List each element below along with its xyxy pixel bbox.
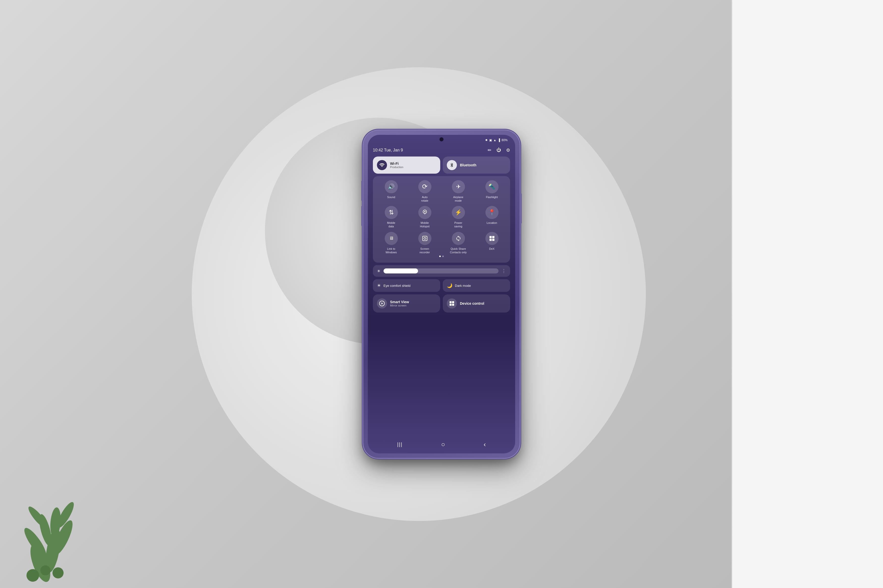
bluetooth-icon: ✹ bbox=[485, 138, 488, 142]
recent-apps-button[interactable]: ||| bbox=[397, 442, 403, 447]
location-icon-circle: 📍 bbox=[485, 206, 498, 219]
airplane-icon-circle: ✈ bbox=[452, 180, 465, 193]
svg-rect-21 bbox=[452, 301, 454, 303]
auto-rotate-tile[interactable]: ⟳ Autorotate bbox=[409, 180, 441, 202]
hotspot-tile[interactable]: MobileHotspot bbox=[409, 206, 441, 228]
airplane-label: Airplanemode bbox=[453, 195, 463, 202]
brightness-track[interactable] bbox=[384, 268, 498, 273]
page-dot-2 bbox=[442, 256, 444, 257]
back-button[interactable]: ‹ bbox=[484, 441, 486, 448]
dex-label: DeX bbox=[489, 247, 495, 250]
quick-share-icon-circle bbox=[452, 232, 465, 245]
wifi-subtitle: Production bbox=[390, 166, 403, 169]
location-tile[interactable]: 📍 Location bbox=[476, 206, 508, 228]
power-button[interactable] bbox=[520, 193, 522, 224]
bluetooth-title: Bluetooth bbox=[460, 163, 476, 167]
plant-decoration bbox=[20, 412, 121, 588]
brightness-fill bbox=[384, 268, 418, 273]
shelf-right bbox=[732, 0, 883, 588]
hotspot-icon-circle bbox=[418, 206, 432, 219]
wifi-icon-circle bbox=[377, 160, 387, 170]
icon-grid-container: 🔊 Sound ⟳ Autorotate ✈ Airplanemode � bbox=[373, 176, 510, 263]
qs-header: 10:42 Tue, Jan 9 ✏ ⏻ ⚙ bbox=[373, 146, 510, 154]
power-saving-label: Powersaving bbox=[454, 221, 462, 228]
svg-rect-20 bbox=[450, 301, 451, 303]
edit-icon[interactable]: ✏ bbox=[488, 147, 492, 153]
link-windows-label: Link toWindows bbox=[385, 247, 397, 254]
power-saving-icon-circle: ⚡ bbox=[452, 206, 465, 219]
svg-rect-16 bbox=[489, 238, 492, 241]
nav-bar: ||| ○ ‹ bbox=[368, 437, 515, 453]
svg-rect-22 bbox=[450, 304, 451, 306]
screen: ✹ ▣ ▲ ▐ 80% 10:42 Tue, Jan 9 ✏ ⏻ ⚙ bbox=[368, 135, 515, 453]
quick-share-tile[interactable]: Quick ShareContacts only bbox=[442, 232, 474, 254]
svg-marker-19 bbox=[381, 303, 383, 304]
sound-tile[interactable]: 🔊 Sound bbox=[375, 180, 407, 202]
wifi-title: Wi-Fi bbox=[390, 162, 403, 166]
flashlight-icon-circle: 🔦 bbox=[485, 180, 498, 193]
flashlight-tile[interactable]: 🔦 Flashlight bbox=[476, 180, 508, 202]
volume-down-button[interactable] bbox=[361, 206, 363, 226]
screen-recorder-tile[interactable]: Screenrecorder bbox=[409, 232, 441, 254]
signal-icon: ▐ bbox=[498, 138, 500, 142]
flashlight-label: Flashlight bbox=[486, 195, 498, 199]
smart-view-title: Smart View bbox=[390, 300, 409, 304]
svg-rect-15 bbox=[492, 236, 495, 238]
svg-point-6 bbox=[26, 504, 50, 531]
settings-icon[interactable]: ⚙ bbox=[506, 147, 510, 153]
dark-mode-tile[interactable]: 🌙 Dark mode bbox=[443, 279, 510, 292]
dark-mode-icon: 🌙 bbox=[447, 283, 452, 288]
eye-comfort-tile[interactable]: ☀ Eye comfort shield bbox=[373, 279, 440, 292]
phone-wrapper: ✹ ▣ ▲ ▐ 80% 10:42 Tue, Jan 9 ✏ ⏻ ⚙ bbox=[363, 130, 520, 458]
mobile-data-label: Mobiledata bbox=[387, 221, 395, 228]
brightness-sun-icon: ☀ bbox=[377, 268, 381, 273]
icon-grid: 🔊 Sound ⟳ Autorotate ✈ Airplanemode � bbox=[375, 180, 508, 254]
phone-body: ✹ ▣ ▲ ▐ 80% 10:42 Tue, Jan 9 ✏ ⏻ ⚙ bbox=[363, 130, 520, 458]
power-saving-tile[interactable]: ⚡ Powersaving bbox=[442, 206, 474, 228]
svg-rect-23 bbox=[452, 304, 454, 306]
brightness-more-icon[interactable]: ⋮ bbox=[502, 268, 506, 274]
datetime-label: 10:42 Tue, Jan 9 bbox=[373, 148, 403, 153]
smart-view-subtitle: Mirror screen bbox=[390, 304, 409, 307]
page-dot-1 bbox=[439, 256, 441, 257]
device-control-title: Device control bbox=[460, 302, 484, 306]
location-label: Location bbox=[487, 221, 497, 225]
header-action-icons: ✏ ⏻ ⚙ bbox=[488, 147, 510, 153]
hotspot-label: MobileHotspot bbox=[420, 221, 430, 228]
airplane-tile[interactable]: ✈ Airplanemode bbox=[442, 180, 474, 202]
mobile-data-tile[interactable]: ⇅ Mobiledata bbox=[375, 206, 407, 228]
device-control-tile[interactable]: Device control bbox=[443, 294, 510, 312]
wifi-text: Wi-Fi Production bbox=[390, 162, 403, 169]
quick-settings-panel: 10:42 Tue, Jan 9 ✏ ⏻ ⚙ bbox=[368, 144, 515, 437]
brightness-row[interactable]: ☀ ⋮ bbox=[373, 265, 510, 277]
power-icon[interactable]: ⏻ bbox=[496, 147, 501, 153]
toggle-row: ☀ Eye comfort shield 🌙 Dark mode bbox=[373, 279, 510, 292]
top-connection-tiles: Wi-Fi Production Bluetooth bbox=[373, 156, 510, 174]
bluetooth-text: Bluetooth bbox=[460, 163, 476, 167]
link-windows-tile[interactable]: 🖥 Link toWindows bbox=[375, 232, 407, 254]
battery-text: 80% bbox=[502, 138, 508, 142]
smart-view-tile[interactable]: Smart View Mirror screen bbox=[373, 294, 440, 312]
svg-point-11 bbox=[424, 211, 425, 213]
dark-mode-label: Dark mode bbox=[455, 284, 471, 288]
wifi-tile[interactable]: Wi-Fi Production bbox=[373, 156, 440, 174]
svg-point-8 bbox=[27, 569, 39, 582]
svg-rect-12 bbox=[423, 236, 427, 241]
svg-point-9 bbox=[41, 566, 50, 575]
bluetooth-tile[interactable]: Bluetooth bbox=[443, 156, 510, 174]
svg-rect-17 bbox=[492, 238, 495, 241]
svg-rect-14 bbox=[489, 236, 492, 238]
svg-point-10 bbox=[53, 567, 63, 578]
svg-point-13 bbox=[424, 237, 426, 239]
home-button[interactable]: ○ bbox=[441, 441, 445, 448]
screen-recorder-label: Screenrecorder bbox=[420, 247, 430, 254]
device-control-icon bbox=[447, 298, 457, 309]
status-bar: ✹ ▣ ▲ ▐ 80% bbox=[368, 135, 515, 144]
volume-up-button[interactable] bbox=[361, 181, 363, 201]
mobile-data-icon-circle: ⇅ bbox=[385, 206, 398, 219]
dex-icon-circle bbox=[485, 232, 498, 245]
dex-tile[interactable]: DeX bbox=[476, 232, 508, 254]
sound-label: Sound bbox=[387, 195, 395, 199]
screen-recorder-icon-circle bbox=[418, 232, 432, 245]
eye-comfort-label: Eye comfort shield bbox=[384, 284, 411, 288]
